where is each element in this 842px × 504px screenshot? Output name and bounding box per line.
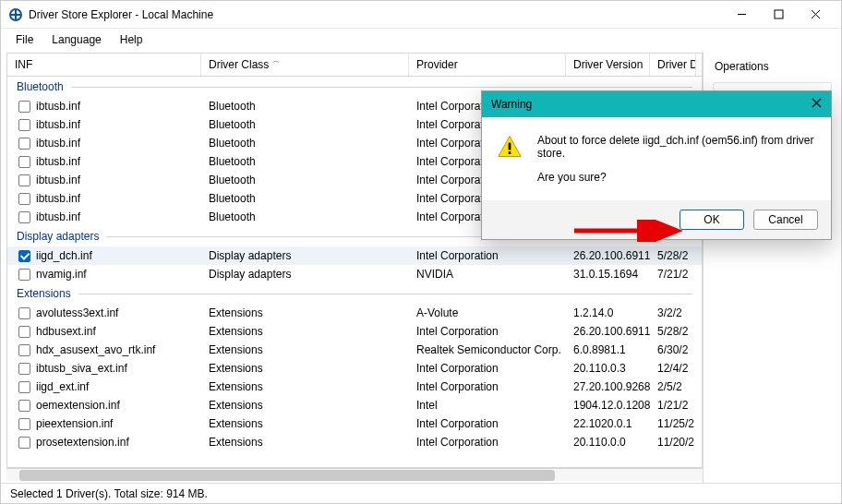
driver-version: 31.0.15.1694 <box>566 268 650 281</box>
group-name: Display adapters <box>17 230 99 243</box>
driver-version: 6.0.8981.1 <box>566 343 650 356</box>
driver-class: Bluetooth <box>201 137 409 150</box>
inf-name: ibtusb.inf <box>36 155 80 168</box>
table-row[interactable]: pieextension.infExtensionsIntel Corporat… <box>7 414 702 433</box>
maximize-button[interactable] <box>760 2 797 28</box>
col-driver-version[interactable]: Driver Version <box>566 54 650 76</box>
warning-icon <box>497 134 523 160</box>
driver-date: 5/28/2 <box>650 325 696 338</box>
table-row[interactable]: ibtusb_siva_ext.infExtensionsIntel Corpo… <box>7 359 702 378</box>
driver-class: Extensions <box>201 325 409 338</box>
row-checkbox[interactable] <box>18 307 30 319</box>
driver-date: 11/25/2 <box>650 417 696 430</box>
driver-version: 1.2.14.0 <box>566 306 650 319</box>
driver-date: 1/21/2 <box>650 399 696 412</box>
row-checkbox[interactable] <box>18 269 30 281</box>
col-inf[interactable]: INF <box>7 54 201 76</box>
statusbar: Selected 1 Driver(s). Total size: 914 MB… <box>1 483 841 503</box>
col-provider[interactable]: Provider <box>409 54 566 76</box>
provider: Intel <box>409 399 566 412</box>
row-checkbox[interactable] <box>18 418 30 430</box>
row-checkbox[interactable] <box>18 193 30 205</box>
dialog-close-icon[interactable] <box>812 98 822 111</box>
driver-class: Extensions <box>201 399 409 412</box>
provider: Intel Corporation <box>409 417 566 430</box>
inf-name: ibtusb.inf <box>36 100 80 113</box>
provider: Intel Corporation <box>409 436 566 449</box>
provider: NVIDIA <box>409 268 566 281</box>
row-checkbox[interactable] <box>18 400 30 412</box>
driver-class: Bluetooth <box>201 118 409 131</box>
row-checkbox[interactable] <box>18 250 30 262</box>
driver-class: Display adapters <box>201 249 409 262</box>
driver-version: 1904.12.0.1208 <box>566 399 650 412</box>
table-row[interactable]: iigd_ext.infExtensionsIntel Corporation2… <box>7 378 702 396</box>
driver-version: 26.20.100.6911 <box>566 249 650 262</box>
driver-date: 5/28/2 <box>650 249 696 262</box>
inf-name: pieextension.inf <box>36 417 113 430</box>
table-row[interactable]: prosetextension.infExtensionsIntel Corpo… <box>7 433 702 451</box>
row-checkbox[interactable] <box>18 437 30 449</box>
driver-class: Bluetooth <box>201 155 409 168</box>
horizontal-scrollbar[interactable] <box>6 468 703 481</box>
dialog-line2: Are you sure? <box>537 171 816 184</box>
cancel-button[interactable]: Cancel <box>753 210 818 230</box>
row-checkbox[interactable] <box>18 381 30 393</box>
group-header[interactable]: Extensions <box>7 283 702 304</box>
driver-class: Extensions <box>201 380 409 393</box>
driver-date: 7/21/2 <box>650 268 696 281</box>
status-text: Selected 1 Driver(s). Total size: 914 MB… <box>10 487 208 500</box>
group-name: Extensions <box>17 287 71 300</box>
inf-name: hdx_asusext_avo_rtk.inf <box>36 343 155 356</box>
inf-name: ibtusb.inf <box>36 118 80 131</box>
app-icon <box>8 7 23 22</box>
driver-class: Bluetooth <box>201 174 409 186</box>
row-checkbox[interactable] <box>18 101 30 113</box>
dialog-titlebar[interactable]: Warning <box>482 91 831 117</box>
dialog-line1: About to force delete iigd_dch.inf (oem5… <box>537 134 816 160</box>
row-checkbox[interactable] <box>18 326 30 338</box>
row-checkbox[interactable] <box>18 156 30 168</box>
driver-date: 2/5/2 <box>650 380 696 393</box>
table-row[interactable]: oemextension.infExtensionsIntel1904.12.0… <box>7 396 702 414</box>
inf-name: ibtusb.inf <box>36 192 80 205</box>
close-button[interactable] <box>797 2 834 28</box>
driver-class: Bluetooth <box>201 210 409 223</box>
minimize-button[interactable] <box>723 2 760 28</box>
inf-name: avolutess3ext.inf <box>36 306 118 319</box>
row-checkbox[interactable] <box>18 211 30 223</box>
driver-class: Extensions <box>201 417 409 430</box>
driver-date: 11/20/2 <box>650 436 696 449</box>
driver-version: 20.110.0.0 <box>566 436 650 449</box>
row-checkbox[interactable] <box>18 363 30 375</box>
menubar: File Language Help <box>1 29 841 51</box>
table-row[interactable]: iigd_dch.infDisplay adaptersIntel Corpor… <box>7 246 702 265</box>
scrollbar-thumb[interactable] <box>19 470 555 481</box>
driver-version: 22.1020.0.1 <box>566 417 650 430</box>
row-checkbox[interactable] <box>18 344 30 356</box>
inf-name: ibtusb.inf <box>36 137 80 150</box>
table-row[interactable]: hdx_asusext_avo_rtk.infExtensionsRealtek… <box>7 341 702 359</box>
table-row[interactable]: nvamig.infDisplay adaptersNVIDIA31.0.15.… <box>7 265 702 283</box>
menu-help[interactable]: Help <box>113 31 150 48</box>
driver-version: 20.110.0.3 <box>566 362 650 375</box>
driver-date: 12/4/2 <box>650 362 696 375</box>
driver-version: 26.20.100.6911 <box>566 325 650 338</box>
row-checkbox[interactable] <box>18 174 30 186</box>
sort-asc-icon: ︿ <box>272 55 280 66</box>
inf-name: iigd_ext.inf <box>36 380 89 393</box>
annotation-arrow <box>572 220 692 242</box>
table-row[interactable]: hdbusext.infExtensionsIntel Corporation2… <box>7 322 702 341</box>
col-driver-date[interactable]: Driver D <box>650 54 696 76</box>
provider: Intel Corporation <box>409 249 566 262</box>
inf-name: ibtusb.inf <box>36 174 80 186</box>
menu-language[interactable]: Language <box>44 31 108 48</box>
row-checkbox[interactable] <box>18 138 30 150</box>
menu-file[interactable]: File <box>8 31 41 48</box>
dialog-body: About to force delete iigd_dch.inf (oem5… <box>482 117 831 200</box>
app-window: Driver Store Explorer - Local Machine Fi… <box>0 0 842 504</box>
row-checkbox[interactable] <box>18 119 30 131</box>
table-row[interactable]: avolutess3ext.infExtensionsA-Volute1.2.1… <box>7 304 702 322</box>
col-driver-class[interactable]: Driver Class︿ <box>201 54 409 76</box>
provider: Intel Corporation <box>409 380 566 393</box>
